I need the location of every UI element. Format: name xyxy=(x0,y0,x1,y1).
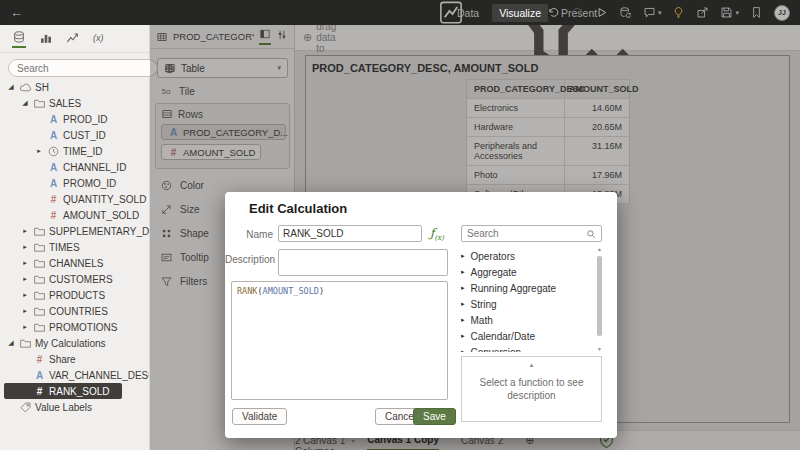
function-category-conversion[interactable]: ▸Conversion xyxy=(461,344,595,352)
tree-item-share[interactable]: #Share xyxy=(0,351,149,367)
top-bar: ← 대시보드 필터 + 파라미터 활용 하기 DataVisualizePres… xyxy=(0,0,800,25)
attribute-icon: A xyxy=(33,370,46,381)
caret-icon[interactable]: ▸ xyxy=(461,332,465,340)
tree-item-channels[interactable]: ▸CHANNELS xyxy=(0,255,149,271)
tree-item-channel-id[interactable]: ACHANNEL_ID xyxy=(0,159,149,175)
tree-item-prod-id[interactable]: APROD_ID xyxy=(0,111,149,127)
name-field[interactable] xyxy=(278,225,422,242)
insights-lightbulb-icon[interactable] xyxy=(672,6,685,19)
tree-item-customers[interactable]: ▸CUSTOMERS xyxy=(0,271,149,287)
function-category-math[interactable]: ▸Math xyxy=(461,312,595,328)
tree-item-label: SALES xyxy=(49,98,81,109)
caret-icon[interactable]: ▸ xyxy=(20,323,30,331)
bookmark-icon[interactable] xyxy=(750,6,763,19)
save-icon xyxy=(720,6,733,19)
comments-button[interactable]: ▾ xyxy=(643,6,662,19)
tree-item-label: RANK_SOLD xyxy=(49,386,110,397)
caret-icon[interactable]: ▸ xyxy=(461,316,465,324)
function-category-running-aggregate[interactable]: ▸Running Aggregate xyxy=(461,280,595,296)
tree-item-label: VAR_CHANNEL_DESC xyxy=(49,370,149,381)
tree-item-label: SH xyxy=(35,82,49,93)
export-icon[interactable] xyxy=(696,6,709,19)
scroll-up-icon[interactable]: ▲ xyxy=(462,362,601,368)
tree-item-label: SUPPLEMENTARY_DEMO... xyxy=(49,226,149,237)
tree-item-cust-id[interactable]: ACUST_ID xyxy=(0,127,149,143)
tree-item-label: Value Labels xyxy=(35,402,92,413)
tab-analytics[interactable] xyxy=(66,31,80,47)
caret-icon[interactable]: ▸ xyxy=(20,227,30,235)
tree-item-amount-sold[interactable]: #AMOUNT_SOLD xyxy=(0,207,149,223)
description-label: Description xyxy=(225,254,273,265)
caret-icon[interactable]: ▸ xyxy=(461,268,465,276)
tab-visualizations[interactable] xyxy=(39,31,53,47)
tree-item-label: My Calculations xyxy=(35,338,106,349)
redo-icon[interactable] xyxy=(571,6,584,19)
function-category-string[interactable]: ▸String xyxy=(461,296,595,312)
tree-item-countries[interactable]: ▸COUNTRIES xyxy=(0,303,149,319)
undo-icon[interactable] xyxy=(547,6,560,19)
measure-icon: # xyxy=(33,354,46,365)
caret-icon[interactable]: ▸ xyxy=(34,147,44,155)
caret-icon[interactable]: ▸ xyxy=(20,259,30,267)
function-category-calendar-date[interactable]: ▸Calendar/Date xyxy=(461,328,595,344)
folder-icon xyxy=(33,289,46,302)
caret-icon[interactable]: ▸ xyxy=(20,243,30,251)
refresh-data-icon[interactable] xyxy=(619,6,632,19)
tree-item-promo-id[interactable]: APROMO_ID xyxy=(0,175,149,191)
tab-data[interactable]: Data xyxy=(450,4,486,22)
tree-item-times[interactable]: ▸TIMES xyxy=(0,239,149,255)
function-search[interactable] xyxy=(461,225,602,242)
tab-parameters[interactable]: (x) xyxy=(93,33,104,45)
save-calculation-button[interactable]: Save xyxy=(413,408,456,425)
caret-icon[interactable]: ▸ xyxy=(20,307,30,315)
folder-icon xyxy=(33,305,46,318)
description-field[interactable] xyxy=(278,249,448,276)
caret-icon[interactable]: ▸ xyxy=(461,348,465,352)
caret-icon[interactable]: ▸ xyxy=(461,252,465,260)
tree-item-label: PROD_ID xyxy=(63,114,107,125)
expression-editor[interactable]: RANK(AMOUNT_SOLD) xyxy=(231,281,448,400)
topbar-actions: ▾ ▾ JJ xyxy=(547,0,790,25)
tree-item-sales[interactable]: ◢SALES xyxy=(0,95,149,111)
tree-item-label: COUNTRIES xyxy=(49,306,108,317)
scrollbar-thumb[interactable] xyxy=(597,256,602,336)
caret-icon[interactable]: ◢ xyxy=(20,99,30,107)
tree-item-label: AMOUNT_SOLD xyxy=(63,210,139,221)
function-description-panel: ▲ Select a function to see description xyxy=(461,356,602,422)
caret-icon[interactable]: ▸ xyxy=(20,275,30,283)
tree-item-value-labels[interactable]: Value Labels xyxy=(0,399,149,415)
caret-icon[interactable]: ▸ xyxy=(461,284,465,292)
scrollbar[interactable]: ▲ ▼ xyxy=(597,250,602,348)
tag-icon xyxy=(19,401,32,414)
avatar[interactable]: JJ xyxy=(774,5,790,21)
tree-item-supplementary-demo[interactable]: ▸SUPPLEMENTARY_DEMO... xyxy=(0,223,149,239)
tree-item-products[interactable]: ▸PRODUCTS xyxy=(0,287,149,303)
back-icon[interactable]: ← xyxy=(10,5,23,20)
function-category-operators[interactable]: ▸Operators xyxy=(461,248,595,264)
tree-item-sh[interactable]: ◢SH xyxy=(0,79,149,95)
tree-item-my-calculations[interactable]: ◢My Calculations xyxy=(0,335,149,351)
save-button[interactable]: ▾ xyxy=(720,6,739,19)
caret-icon[interactable]: ▸ xyxy=(461,300,465,308)
caret-icon[interactable]: ▸ xyxy=(20,291,30,299)
folder-icon xyxy=(33,321,46,334)
present-play-icon[interactable] xyxy=(595,6,608,19)
function-description-hint: Select a function to see description xyxy=(462,376,601,402)
function-search-input[interactable] xyxy=(467,228,586,239)
caret-icon[interactable]: ◢ xyxy=(6,339,16,347)
tab-data-elements[interactable] xyxy=(12,30,26,48)
caret-icon[interactable]: ◢ xyxy=(6,83,16,91)
tree-item-promotions[interactable]: ▸PROMOTIONS xyxy=(0,319,149,335)
category-label: Running Aggregate xyxy=(471,283,557,294)
function-category-list: ▸Operators▸Aggregate▸Running Aggregate▸S… xyxy=(461,248,595,352)
tree-item-var-channel-desc[interactable]: AVAR_CHANNEL_DESC xyxy=(0,367,149,383)
tree-item-time-id[interactable]: ▸TIME_ID xyxy=(0,143,149,159)
function-category-aggregate[interactable]: ▸Aggregate xyxy=(461,264,595,280)
expression-paren: ) xyxy=(319,286,324,296)
tree-item-label: CHANNELS xyxy=(49,258,103,269)
tab-visualize[interactable]: Visualize xyxy=(492,4,548,22)
validate-button[interactable]: Validate xyxy=(232,408,287,425)
oracle-analytics-app: ← 대시보드 필터 + 파라미터 활용 하기 DataVisualizePres… xyxy=(0,0,800,450)
tree-item-rank-sold[interactable]: #RANK_SOLD xyxy=(4,383,122,399)
tree-item-quantity-sold[interactable]: #QUANTITY_SOLD xyxy=(0,191,149,207)
